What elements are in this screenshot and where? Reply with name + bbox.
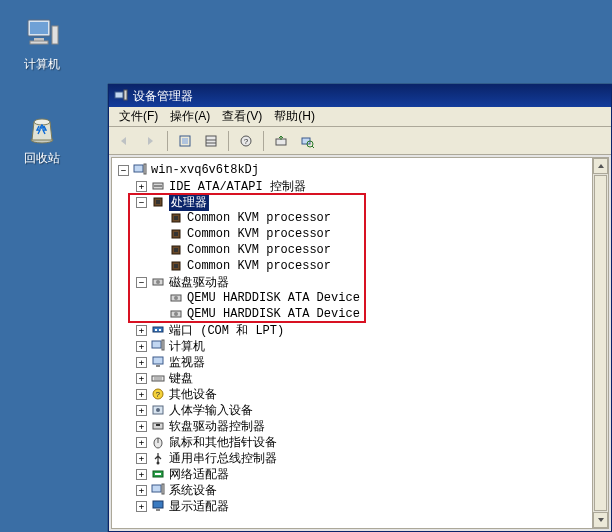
desktop-icon-computer[interactable]: 计算机 bbox=[12, 14, 72, 73]
toolbar-separator bbox=[228, 131, 229, 151]
desktop-icon-label: 回收站 bbox=[12, 150, 72, 167]
tree-node-usb[interactable]: +通用串行总线控制器 bbox=[118, 450, 602, 466]
tree-node-hid[interactable]: +人体学输入设备 bbox=[118, 402, 602, 418]
svg-point-37 bbox=[174, 296, 178, 300]
expand-icon[interactable]: + bbox=[136, 389, 147, 400]
scroll-up-button[interactable] bbox=[593, 158, 608, 174]
expand-icon[interactable]: + bbox=[136, 373, 147, 384]
toolbar-help-button[interactable]: ? bbox=[235, 130, 257, 152]
computer-cat-icon bbox=[150, 338, 166, 354]
toolbar-view-button[interactable] bbox=[200, 130, 222, 152]
scroll-down-button[interactable] bbox=[593, 512, 608, 528]
expand-icon[interactable]: + bbox=[136, 485, 147, 496]
tree-node-label: 人体学输入设备 bbox=[169, 402, 253, 419]
svg-point-53 bbox=[156, 408, 160, 412]
tree-node-keyboards[interactable]: +键盘 bbox=[118, 370, 602, 386]
toolbar-scan-button[interactable] bbox=[296, 130, 318, 152]
svg-rect-44 bbox=[162, 340, 164, 350]
tree-node-cpu-item[interactable]: Common KVM processor bbox=[118, 210, 602, 226]
menu-help[interactable]: 帮助(H) bbox=[268, 106, 321, 127]
tree-node-label: 网络适配器 bbox=[169, 466, 229, 483]
svg-rect-46 bbox=[156, 365, 160, 367]
toolbar-separator bbox=[263, 131, 264, 151]
tree-node-label: 显示适配器 bbox=[169, 498, 229, 515]
tree-node-other[interactable]: +?其他设备 bbox=[118, 386, 602, 402]
tree-node-floppy-ctrl[interactable]: +软盘驱动器控制器 bbox=[118, 418, 602, 434]
computer-cat-icon bbox=[132, 162, 148, 178]
computer-icon bbox=[22, 14, 62, 54]
mouse-icon bbox=[150, 434, 166, 450]
tree-root[interactable]: − win-xvq6v6t8kDj bbox=[118, 162, 602, 178]
disk-icon bbox=[150, 274, 166, 290]
tree-node-disk-item[interactable]: QEMU HARDDISK ATA Device bbox=[118, 290, 602, 306]
port-icon bbox=[150, 322, 166, 338]
tree-node-display[interactable]: +显示适配器 bbox=[118, 498, 602, 514]
menu-action[interactable]: 操作(A) bbox=[164, 106, 216, 127]
svg-point-58 bbox=[157, 462, 160, 465]
svg-rect-10 bbox=[182, 138, 188, 144]
expand-icon[interactable]: + bbox=[136, 181, 147, 192]
collapse-icon[interactable]: − bbox=[118, 165, 129, 176]
expand-icon[interactable]: + bbox=[136, 453, 147, 464]
titlebar[interactable]: 设备管理器 bbox=[109, 85, 611, 107]
tree-node-label: 鼠标和其他指针设备 bbox=[169, 434, 277, 451]
svg-rect-31 bbox=[174, 248, 178, 252]
tree-node-computer[interactable]: +计算机 bbox=[118, 338, 602, 354]
expand-icon[interactable]: + bbox=[136, 325, 147, 336]
svg-rect-62 bbox=[162, 484, 164, 494]
tree-node-label: 计算机 bbox=[169, 338, 205, 355]
collapse-icon[interactable]: − bbox=[136, 197, 147, 208]
svg-rect-63 bbox=[153, 501, 163, 508]
expand-icon[interactable]: + bbox=[136, 357, 147, 368]
svg-point-35 bbox=[156, 280, 160, 284]
tree-node-mice[interactable]: +鼠标和其他指针设备 bbox=[118, 434, 602, 450]
tree-node-cpu-item[interactable]: Common KVM processor bbox=[118, 226, 602, 242]
tree-node-label: Common KVM processor bbox=[187, 243, 331, 257]
usb-icon bbox=[150, 450, 166, 466]
tree-node-cpu-item[interactable]: Common KVM processor bbox=[118, 242, 602, 258]
tree-node-nic[interactable]: +网络适配器 bbox=[118, 466, 602, 482]
toolbar-update-driver-button[interactable] bbox=[270, 130, 292, 152]
svg-rect-61 bbox=[152, 485, 161, 492]
tree-node-ports[interactable]: +端口 (COM 和 LPT) bbox=[118, 322, 602, 338]
expand-icon[interactable]: + bbox=[136, 341, 147, 352]
svg-rect-20 bbox=[134, 165, 143, 172]
svg-rect-4 bbox=[52, 26, 58, 44]
svg-rect-45 bbox=[153, 357, 163, 364]
expand-icon[interactable]: + bbox=[136, 501, 147, 512]
tree-node-monitors[interactable]: +监视器 bbox=[118, 354, 602, 370]
tree-node-disk[interactable]: − 磁盘驱动器 bbox=[118, 274, 602, 290]
expand-icon[interactable]: + bbox=[136, 421, 147, 432]
svg-rect-21 bbox=[144, 164, 146, 174]
svg-rect-42 bbox=[159, 329, 161, 331]
tree-node-cpu-item[interactable]: Common KVM processor bbox=[118, 258, 602, 274]
expand-icon[interactable]: + bbox=[136, 405, 147, 416]
monitor-icon bbox=[150, 354, 166, 370]
menu-view[interactable]: 查看(V) bbox=[216, 106, 268, 127]
scroll-thumb[interactable] bbox=[594, 175, 607, 511]
tree-node-label: Common KVM processor bbox=[187, 259, 331, 273]
tree-node-ide[interactable]: + IDE ATA/ATAPI 控制器 bbox=[118, 178, 602, 194]
svg-rect-60 bbox=[155, 473, 161, 475]
cpu-icon bbox=[150, 194, 166, 210]
vertical-scrollbar[interactable] bbox=[592, 158, 608, 528]
expand-icon[interactable]: + bbox=[136, 437, 147, 448]
svg-rect-64 bbox=[156, 509, 160, 511]
tree-node-cpu[interactable]: − 处理器 bbox=[118, 194, 602, 210]
svg-rect-7 bbox=[115, 92, 123, 98]
collapse-icon[interactable]: − bbox=[136, 277, 147, 288]
tree-node-system[interactable]: +系统设备 bbox=[118, 482, 602, 498]
menu-file[interactable]: 文件(F) bbox=[113, 106, 164, 127]
hid-icon bbox=[150, 402, 166, 418]
other-icon: ? bbox=[150, 386, 166, 402]
disk-icon bbox=[168, 306, 184, 322]
toolbar-scope-button[interactable] bbox=[174, 130, 196, 152]
tree-node-disk-item[interactable]: QEMU HARDDISK ATA Device bbox=[118, 306, 602, 322]
tree-node-label: win-xvq6v6t8kDj bbox=[151, 163, 259, 177]
desktop-icon-recycle-bin[interactable]: 回收站 bbox=[12, 108, 72, 167]
svg-rect-55 bbox=[156, 424, 160, 426]
ide-icon bbox=[150, 178, 166, 194]
svg-rect-25 bbox=[156, 200, 160, 204]
expand-icon[interactable]: + bbox=[136, 469, 147, 480]
system-icon bbox=[150, 482, 166, 498]
